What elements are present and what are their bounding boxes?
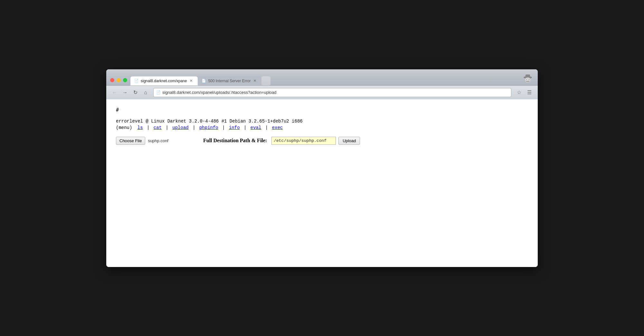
tab-1-label: signal8.darknet.com/xpane — [141, 79, 187, 83]
close-button[interactable] — [110, 78, 114, 82]
address-bar-container: 📄 — [153, 88, 511, 97]
sep4: | — [222, 125, 228, 130]
svg-point-6 — [529, 79, 529, 80]
hamburger-icon: ☰ — [527, 89, 532, 95]
sep5: | — [244, 125, 249, 130]
home-button[interactable]: ⌂ — [141, 88, 150, 97]
upload-button[interactable]: Upload — [338, 137, 360, 145]
page-content: # errorlevel @ Linux Darknet 3.2.0-4-486… — [106, 99, 538, 267]
forward-button[interactable]: → — [120, 88, 129, 97]
menu-link-phpinfo[interactable]: phpinfo — [199, 125, 218, 130]
home-icon: ⌂ — [144, 90, 147, 95]
sep6: | — [265, 125, 271, 130]
tab-1[interactable]: 📄 signal8.darknet.com/xpane ✕ — [130, 76, 198, 85]
browser-window: 📄 signal8.darknet.com/xpane ✕ 📄 500 Inte… — [106, 69, 538, 267]
reload-button[interactable]: ↻ — [131, 88, 140, 97]
address-bar-page-icon: 📄 — [156, 90, 161, 94]
menu-link-exec[interactable]: exec — [272, 125, 283, 130]
menu-link-ls[interactable]: ls — [137, 125, 143, 130]
menu-link-cat[interactable]: cat — [154, 125, 162, 130]
star-icon: ☆ — [517, 89, 521, 95]
back-icon: ← — [112, 90, 117, 95]
hash-line: # — [116, 107, 528, 113]
sep2: | — [166, 125, 171, 130]
window-controls — [110, 78, 127, 85]
server-info: errorlevel @ Linux Darknet 3.2.0-4-486 #… — [116, 119, 528, 124]
sep1: | — [147, 125, 152, 130]
title-bar: 📄 signal8.darknet.com/xpane ✕ 📄 500 Inte… — [106, 69, 538, 85]
new-tab-button[interactable] — [261, 76, 270, 85]
reload-icon: ↻ — [133, 89, 137, 95]
bookmark-button[interactable]: ☆ — [515, 88, 524, 97]
sep3: | — [193, 125, 198, 130]
minimize-button[interactable] — [117, 78, 121, 82]
menu-link-info[interactable]: info — [229, 125, 240, 130]
tab-2-label: 500 Internal Server Error — [208, 79, 251, 83]
menu-button[interactable]: ☰ — [525, 88, 534, 97]
tab-2-icon: 📄 — [202, 79, 206, 83]
back-button[interactable]: ← — [110, 88, 119, 97]
toolbar: ← → ↻ ⌂ 📄 ☆ ☰ — [106, 85, 538, 99]
tabs-area: 📄 signal8.darknet.com/xpane ✕ 📄 500 Inte… — [130, 76, 522, 85]
menu-line: (menu) ls | cat | upload | phpinfo | inf… — [116, 125, 528, 130]
tab-2[interactable]: 📄 500 Internal Server Error ✕ — [198, 76, 261, 85]
svg-rect-1 — [526, 74, 530, 78]
tab-2-close[interactable]: ✕ — [252, 79, 257, 83]
menu-link-upload[interactable]: upload — [172, 125, 188, 130]
menu-link-eval[interactable]: eval — [251, 125, 261, 130]
svg-point-5 — [526, 79, 527, 80]
toolbar-right: ☆ ☰ — [515, 88, 534, 97]
upload-form: Choose File suphp.conf Full Destination … — [116, 137, 528, 145]
tab-1-icon: 📄 — [134, 79, 139, 83]
destination-label: Full Destination Path & File: — [203, 138, 267, 143]
maximize-button[interactable] — [123, 78, 127, 82]
destination-input[interactable] — [271, 137, 336, 145]
choose-file-button[interactable]: Choose File — [116, 137, 145, 145]
file-name-display: suphp.conf — [148, 138, 168, 143]
tab-1-close[interactable]: ✕ — [189, 79, 193, 83]
address-bar-input[interactable] — [162, 90, 508, 95]
forward-icon: → — [122, 90, 128, 95]
spy-icon — [522, 73, 534, 85]
menu-prefix: (menu) — [116, 125, 132, 130]
